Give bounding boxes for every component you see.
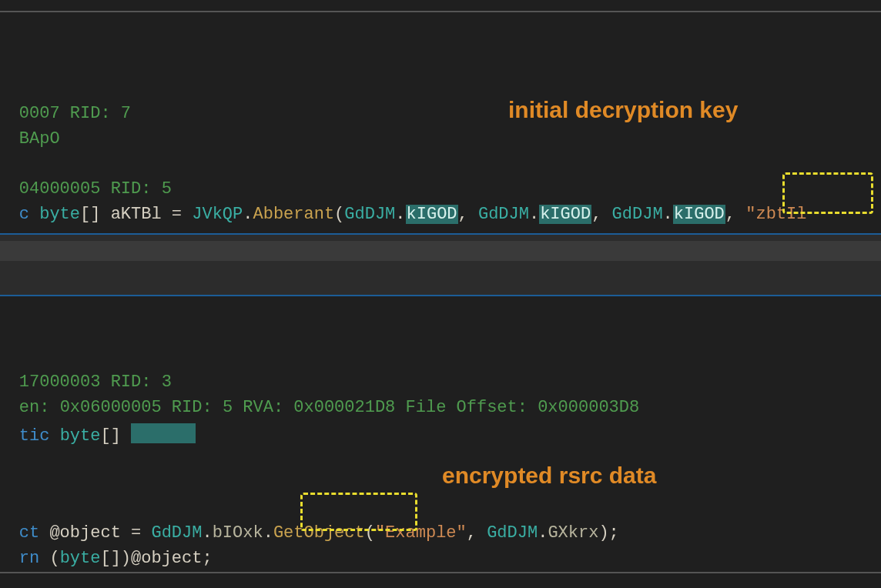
- class-GdDJM: GdDJM: [478, 205, 529, 224]
- dot: .: [663, 205, 673, 224]
- annotation-initial-decryption-key: initial decryption key: [508, 97, 738, 123]
- keyword-static: tic: [19, 426, 50, 446]
- hex-offset: 0x000003D8: [538, 398, 639, 417]
- method-GetObject: GetObject: [273, 523, 365, 543]
- comma: ,: [458, 205, 468, 224]
- comma: ,: [591, 205, 601, 224]
- code-line[interactable]: tic byte[]: [0, 404, 196, 465]
- dot: .: [243, 205, 253, 224]
- keyword: c: [19, 205, 29, 224]
- paren-open: (: [49, 549, 59, 568]
- class-GdDJM: GdDJM: [612, 205, 663, 224]
- highlighted-kIGOD: kIGOD: [673, 205, 725, 224]
- type-byte: byte: [60, 549, 101, 568]
- metadata-line: BApO: [0, 110, 60, 168]
- comma: ,: [725, 205, 735, 224]
- brackets: []: [100, 426, 120, 446]
- dot: .: [263, 523, 273, 543]
- rva-label: RVA:: [233, 398, 293, 417]
- divider: [0, 572, 881, 573]
- code-line[interactable]: rn (byte[])@object;: [0, 530, 213, 587]
- text-selection[interactable]: [131, 423, 196, 443]
- string-open-quote: ": [745, 205, 755, 224]
- highlighted-kIGOD: kIGOD: [539, 205, 591, 224]
- class-JVkQP: JVkQP: [192, 205, 243, 224]
- comma: ,: [467, 523, 477, 543]
- dot: .: [395, 205, 405, 224]
- equals: =: [172, 205, 182, 224]
- member-GXkrx: GXkrx: [548, 523, 598, 543]
- paren-close-semi: );: [598, 523, 618, 543]
- string-zbtIl: zbtIl: [755, 205, 806, 224]
- brackets-close: []): [100, 549, 131, 568]
- dot: .: [538, 523, 548, 543]
- member-bIOxk: bIOxk: [213, 523, 263, 543]
- type-byte: byte: [60, 426, 101, 446]
- class-GdDJM: GdDJM: [487, 523, 538, 543]
- paren-open: (: [334, 205, 344, 224]
- semicolon: ;: [202, 549, 212, 568]
- rid-num: 5: [223, 398, 233, 417]
- offset-label: File Offset:: [395, 398, 538, 417]
- var-aKTBl: aKTBl: [111, 205, 162, 224]
- pane-splitter[interactable]: [0, 233, 881, 296]
- type-byte: byte: [39, 205, 80, 224]
- var-object: @object: [131, 549, 202, 568]
- highlighted-kIGOD: kIGOD: [406, 205, 458, 224]
- brackets: []: [80, 205, 100, 224]
- tab-strip-empty: [0, 241, 881, 261]
- method-Abberant: Abberant: [253, 205, 334, 224]
- code-pane-bottom[interactable]: 17000003 RID: 3 en: 0x06000005 RID: 5 RV…: [0, 296, 881, 588]
- string-Example: "Example": [375, 523, 467, 543]
- divider: [0, 11, 881, 12]
- annotation-encrypted-rsrc-data: encrypted rsrc data: [442, 463, 656, 489]
- name-text: BApO: [19, 129, 60, 149]
- class-GdDJM: GdDJM: [344, 205, 395, 224]
- keyword-return: rn: [19, 549, 39, 568]
- code-pane-top[interactable]: 0007 RID: 7 BApO 04000005 RID: 5 c byte[…: [0, 0, 881, 233]
- paren-open: (: [365, 523, 375, 543]
- hex-rva: 0x000021D8: [293, 398, 395, 417]
- dot: .: [529, 205, 539, 224]
